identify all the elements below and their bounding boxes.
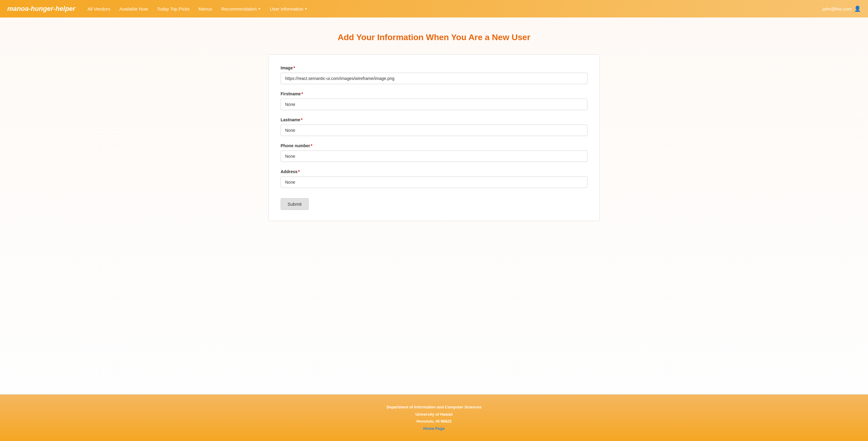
image-input[interactable] xyxy=(281,73,587,84)
page-title: Add Your Information When You Are a New … xyxy=(338,33,530,42)
phone-label: Phone number* xyxy=(281,143,587,148)
brand-link[interactable]: manoa-hunger-helper xyxy=(7,5,75,13)
address-input[interactable] xyxy=(281,176,587,188)
nav-user-information[interactable]: User Information ▼ xyxy=(270,6,307,11)
firstname-input[interactable] xyxy=(281,99,587,110)
footer-line3: Honolulu, HI 96822 xyxy=(6,418,862,425)
firstname-required-star: * xyxy=(301,91,303,96)
navbar: manoa-hunger-helper All Vendors Availabl… xyxy=(0,0,868,18)
lastname-input[interactable] xyxy=(281,124,587,136)
footer-home-link[interactable]: Home Page xyxy=(424,426,445,431)
footer-text: Department of Information and Computer S… xyxy=(6,404,862,432)
lastname-label: Lastname* xyxy=(281,117,587,122)
nav-available-now[interactable]: Available Now xyxy=(119,6,148,11)
address-required-star: * xyxy=(298,169,300,174)
address-label: Address* xyxy=(281,169,587,174)
nav-all-vendors[interactable]: All Vendors xyxy=(87,6,110,11)
firstname-label: Firstname* xyxy=(281,91,587,96)
recommendation-dropdown-arrow: ▼ xyxy=(258,7,261,10)
form-card: Image* Firstname* Lastname* Phone number… xyxy=(268,54,600,221)
phone-group: Phone number* xyxy=(281,143,587,162)
nav-today-top-picks[interactable]: Today Top Picks xyxy=(157,6,190,11)
nav-recommendation[interactable]: Recommendation ▼ xyxy=(221,6,261,11)
phone-input[interactable] xyxy=(281,150,587,162)
user-information-dropdown-arrow: ▼ xyxy=(304,7,307,10)
nav-menus[interactable]: Menus xyxy=(198,6,212,11)
lastname-required-star: * xyxy=(301,117,302,122)
user-email: john@foo.com xyxy=(823,6,852,11)
nav-links: All Vendors Available Now Today Top Pick… xyxy=(87,6,823,11)
image-group: Image* xyxy=(281,65,587,84)
phone-required-star: * xyxy=(311,143,312,148)
lastname-group: Lastname* xyxy=(281,117,587,136)
footer-line1: Department of Information and Computer S… xyxy=(6,404,862,411)
submit-button[interactable]: Submit xyxy=(281,198,309,210)
image-required-star: * xyxy=(293,65,295,70)
address-group: Address* xyxy=(281,169,587,188)
footer: Department of Information and Computer S… xyxy=(0,394,868,441)
main-content: Add Your Information When You Are a New … xyxy=(0,18,868,394)
image-label: Image* xyxy=(281,65,587,70)
footer-line2: University of Hawaii xyxy=(6,411,862,418)
user-icon: 👤 xyxy=(854,5,861,12)
navbar-user-area: john@foo.com 👤 xyxy=(823,5,861,12)
firstname-group: Firstname* xyxy=(281,91,587,110)
